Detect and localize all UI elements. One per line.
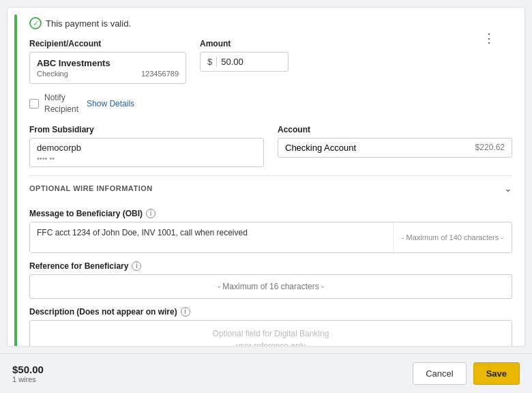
reference-input[interactable] [30,275,512,298]
from-subsidiary-label: From Subsidiary [29,125,264,134]
description-input-wrapper: Optional field for Digital Banking user … [29,320,512,347]
valid-banner: ✓ This payment is valid. [29,17,512,29]
account-balance: $220.62 [475,143,505,152]
recipient-name: ABC Investments [37,58,179,68]
account-label: Account [278,125,512,134]
subsidiary-name: democorpb [37,143,256,153]
recipient-account-number: 123456789 [141,70,179,78]
valid-check-icon: ✓ [29,17,42,29]
show-details-link[interactable]: Show Details [87,99,134,108]
valid-text: This payment is valid. [46,18,131,29]
cancel-button[interactable]: Cancel [413,362,466,385]
footer-buttons: Cancel Save [413,362,520,385]
footer-wires: 1 wires [12,375,44,383]
notify-sublabel: Recipient [44,104,78,115]
chevron-up-icon[interactable]: ⌄ [504,183,512,194]
obi-char-limit: - Maximum of 140 characters - [393,222,512,252]
reference-input-wrapper [29,274,512,299]
obi-info-icon[interactable]: i [146,209,156,218]
description-placeholder: Optional field for Digital Banking user … [30,321,512,347]
footer-bar: $50.00 1 wires Cancel Save [0,353,532,393]
subsidiary-dots: •••• •• [37,154,256,162]
account-name: Checking Account [285,143,356,153]
notify-label: Notify [44,92,78,104]
recipient-type: Checking [37,70,68,78]
description-label: Description (Does not appear on wire) [29,307,177,317]
description-info-icon[interactable]: i [181,307,190,317]
amount-value: 50.00 [221,57,243,67]
footer-amount: $50.00 [12,364,44,375]
recipient-label: Recipient/Account [29,39,186,48]
reference-label: Reference for Beneficiary [29,261,128,271]
recipient-box: ABC Investments Checking 123456789 [29,52,186,84]
wire-section-header[interactable]: OPTIONAL WIRE INFORMATION ⌄ [29,175,512,201]
description-section: Description (Does not appear on wire) i … [29,307,512,347]
footer-total: $50.00 1 wires [12,364,44,383]
obi-section: Message to Beneficiary (OBI) i - Maximum… [29,209,512,253]
desc-line1: Optional field for Digital Banking [38,328,503,340]
currency-symbol: $ [207,57,217,67]
from-subsidiary-input[interactable]: democorpb •••• •• [29,138,264,167]
reference-section: Reference for Beneficiary i [29,261,512,299]
more-options-icon[interactable]: ⋮ [483,32,496,44]
account-box[interactable]: Checking Account $220.62 [278,138,512,158]
obi-textarea[interactable] [30,222,393,252]
save-button[interactable]: Save [473,362,520,385]
left-accent-bar [14,14,17,347]
notify-checkbox[interactable] [29,99,39,108]
notify-row: Notify Recipient Show Details [29,92,512,115]
obi-label: Message to Beneficiary (OBI) [29,209,143,218]
obi-input-wrapper: - Maximum of 140 characters - [29,222,512,253]
reference-info-icon[interactable]: i [132,261,141,271]
wire-section-title: OPTIONAL WIRE INFORMATION [29,184,153,192]
amount-box[interactable]: $ 50.00 [200,52,289,72]
desc-line2: user reference only [38,340,503,347]
amount-label: Amount [200,39,289,48]
